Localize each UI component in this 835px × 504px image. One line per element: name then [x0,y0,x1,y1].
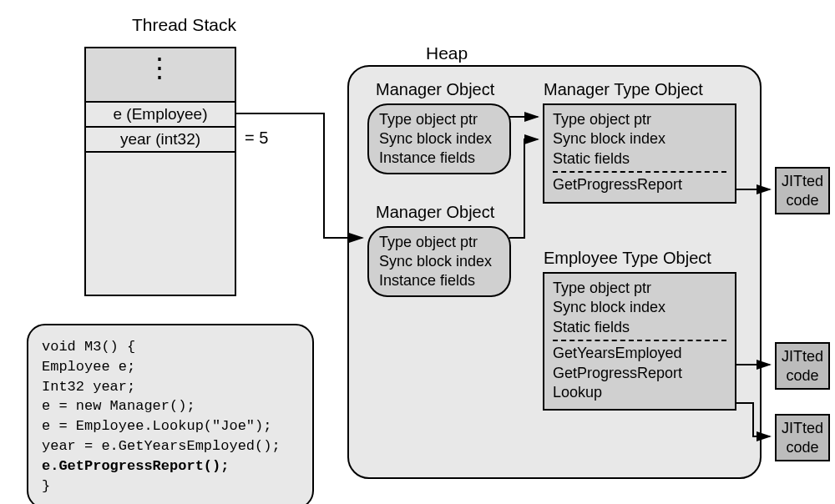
jit-box-3: JITted code [775,414,830,461]
jit-1-line1: JITted [782,173,823,189]
jit-2-line2: code [786,367,818,384]
emp-type-line3: Static fields [553,318,726,337]
thread-stack-title: Thread Stack [132,15,236,35]
emp-type-method-1: GetYearsEmployed [553,344,726,363]
code-line-3: e = new Manager(); [42,396,299,416]
thread-stack: ⋮ e (Employee) year (int32) [84,47,236,296]
emp-type-line1: Type object ptr [553,279,726,298]
emp-type-method-3: Lookup [553,383,726,402]
code-line-5: year = e.GetYearsEmployed(); [42,436,299,456]
manager-object-1-title: Manager Object [376,80,494,99]
jit-box-1: JITted code [775,167,830,214]
manager-object-2: Type object ptr Sync block index Instanc… [367,226,511,297]
stack-cell-e: e (Employee) [86,103,235,128]
stack-year-value: = 5 [245,129,268,148]
employee-type-object-title: Employee Type Object [544,249,711,268]
manager-object-1: Type object ptr Sync block index Instanc… [367,103,511,174]
code-line-0: void M3() { [42,337,299,357]
stack-empty [86,153,235,295]
stack-cell-year: year (int32) [86,128,235,153]
mgr-type-line2: Sync block index [553,129,726,149]
jit-3-line2: code [786,439,818,456]
code-snippet: void M3() { Employee e; Int32 year; e = … [27,324,314,504]
manager-object-2-title: Manager Object [376,203,494,222]
jit-box-2: JITted code [775,342,830,390]
mgr2-line3: Instance fields [379,271,499,290]
jit-2-line1: JITted [782,348,823,365]
mgr1-line1: Type object ptr [379,110,499,129]
employee-type-object: Type object ptr Sync block index Static … [543,272,736,411]
mgr-type-line3: Static fields [553,149,726,169]
code-line-2: Int32 year; [42,377,299,397]
mgr1-line2: Sync block index [379,129,499,149]
code-line-7: } [42,476,299,496]
jit-1-line2: code [786,192,818,209]
code-line-4: e = Employee.Lookup("Joe"); [42,416,299,436]
manager-type-object: Type object ptr Sync block index Static … [543,103,736,204]
jit-3-line1: JITted [782,420,823,436]
manager-type-object-title: Manager Type Object [544,80,703,99]
mgr1-line3: Instance fields [379,149,499,168]
stack-ellipsis: ⋮ [86,48,235,103]
mgr-type-divider [553,171,726,173]
mgr-type-line1: Type object ptr [553,110,726,129]
mgr2-line1: Type object ptr [379,233,499,252]
code-line-6: e.GetProgressReport(); [42,456,299,476]
heap-title: Heap [426,43,468,63]
mgr2-line2: Sync block index [379,252,499,271]
mgr-type-method-1: GetProgressReport [553,175,726,194]
emp-type-divider [553,340,726,341]
code-line-1: Employee e; [42,357,299,377]
emp-type-method-2: GetProgressReport [553,364,726,383]
emp-type-line2: Sync block index [553,298,726,317]
